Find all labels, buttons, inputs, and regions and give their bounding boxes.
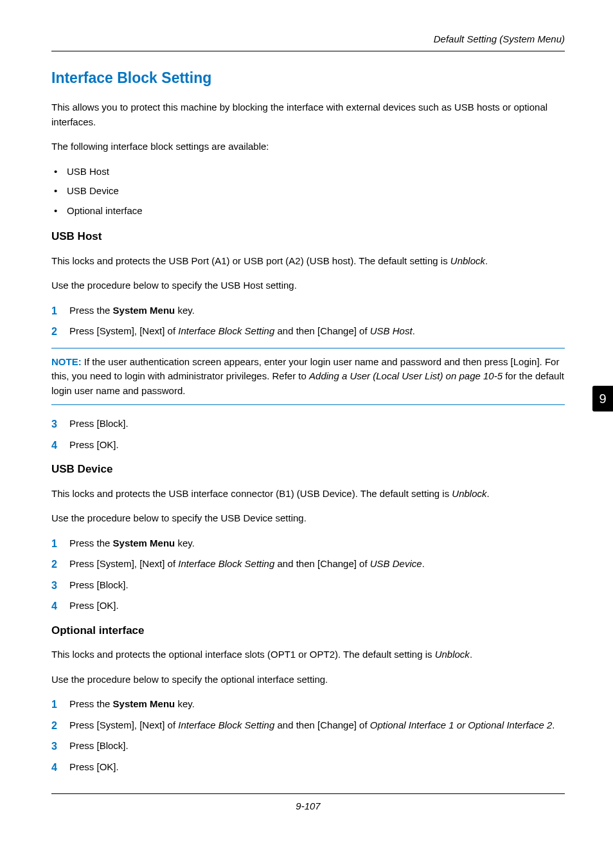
- text: and then [Change] of: [274, 325, 369, 336]
- usbdevice-steps: Press the System Menu key. Press [System…: [51, 536, 565, 613]
- usbdevice-p1: This locks and protects the USB interfac…: [51, 487, 565, 502]
- step: Press the System Menu key.: [51, 697, 565, 712]
- key-name: System Menu: [113, 698, 175, 709]
- text: Press [System], [Next] of: [69, 325, 178, 336]
- emphasis: USB Device: [370, 558, 422, 569]
- note-label: NOTE:: [51, 356, 82, 367]
- text: .: [487, 488, 490, 499]
- emphasis: Interface Block Setting: [178, 325, 274, 336]
- note-block: NOTE: If the user authentication screen …: [51, 348, 565, 406]
- bullet-list: USB Host USB Device Optional interface: [51, 165, 565, 219]
- text: Press the: [69, 698, 113, 709]
- step: Press [Block].: [51, 417, 565, 431]
- list-item: USB Device: [51, 184, 565, 199]
- text: This locks and protects the USB Port (A1…: [51, 255, 450, 266]
- usbhost-heading: USB Host: [51, 228, 565, 245]
- usbdevice-p2: Use the procedure below to specify the U…: [51, 511, 565, 526]
- text: and then [Change] of: [274, 719, 369, 730]
- text: and then [Change] of: [274, 558, 369, 569]
- emphasis: Interface Block Setting: [178, 558, 274, 569]
- text: .: [413, 325, 415, 336]
- step: Press [OK].: [51, 599, 565, 613]
- chapter-tab: 9: [592, 386, 613, 411]
- step: Press [System], [Next] of Interface Bloc…: [51, 324, 565, 339]
- usbdevice-heading: USB Device: [51, 461, 565, 478]
- step: Press [OK].: [51, 438, 565, 453]
- usbhost-steps-3-4: Press [Block]. Press [OK].: [51, 417, 565, 452]
- emphasis: Interface Block Setting: [178, 719, 274, 730]
- text: Press [System], [Next] of: [69, 558, 178, 569]
- step: Press [System], [Next] of Interface Bloc…: [51, 718, 565, 733]
- text: key.: [175, 305, 195, 316]
- text: .: [552, 719, 555, 730]
- step: Press [Block].: [51, 739, 565, 754]
- running-head: Default Setting (System Menu): [51, 32, 565, 51]
- optional-heading: Optional interface: [51, 622, 565, 639]
- optional-steps: Press the System Menu key. Press [System…: [51, 697, 565, 774]
- cross-reference: Adding a User (Local User List) on page …: [309, 370, 502, 381]
- key-name: System Menu: [113, 305, 175, 316]
- usbhost-p2: Use the procedure below to specify the U…: [51, 278, 565, 293]
- emphasis: Unblock: [450, 255, 485, 266]
- usbhost-steps-1-2: Press the System Menu key. Press [System…: [51, 303, 565, 339]
- text: Press the: [69, 538, 113, 548]
- text: This locks and protects the optional int…: [51, 649, 435, 660]
- text: .: [470, 649, 472, 660]
- page-title: Interface Block Setting: [51, 67, 565, 89]
- page-number: 9-107: [51, 793, 565, 814]
- text: key.: [175, 538, 195, 548]
- emphasis: USB Host: [370, 325, 413, 336]
- list-item: USB Host: [51, 165, 565, 179]
- emphasis: Optional Interface 1 or Optional Interfa…: [370, 719, 553, 730]
- text: key.: [175, 698, 195, 709]
- optional-p1: This locks and protects the optional int…: [51, 647, 565, 662]
- step: Press the System Menu key.: [51, 536, 565, 551]
- step: Press [System], [Next] of Interface Bloc…: [51, 557, 565, 572]
- usbhost-p1: This locks and protects the USB Port (A1…: [51, 254, 565, 269]
- emphasis: Unblock: [452, 488, 486, 499]
- text: Press [System], [Next] of: [69, 719, 178, 730]
- list-item: Optional interface: [51, 204, 565, 219]
- text: Press the: [69, 305, 113, 316]
- text: This locks and protects the USB interfac…: [51, 488, 452, 499]
- step: Press [OK].: [51, 760, 565, 775]
- emphasis: Unblock: [435, 649, 470, 660]
- step: Press [Block].: [51, 578, 565, 593]
- key-name: System Menu: [113, 538, 175, 548]
- text: .: [422, 558, 425, 569]
- optional-p2: Use the procedure below to specify the o…: [51, 673, 565, 687]
- step: Press the System Menu key.: [51, 303, 565, 318]
- text: .: [485, 255, 488, 266]
- intro-paragraph: This allows you to protect this machine …: [51, 100, 565, 129]
- available-label: The following interface block settings a…: [51, 140, 565, 154]
